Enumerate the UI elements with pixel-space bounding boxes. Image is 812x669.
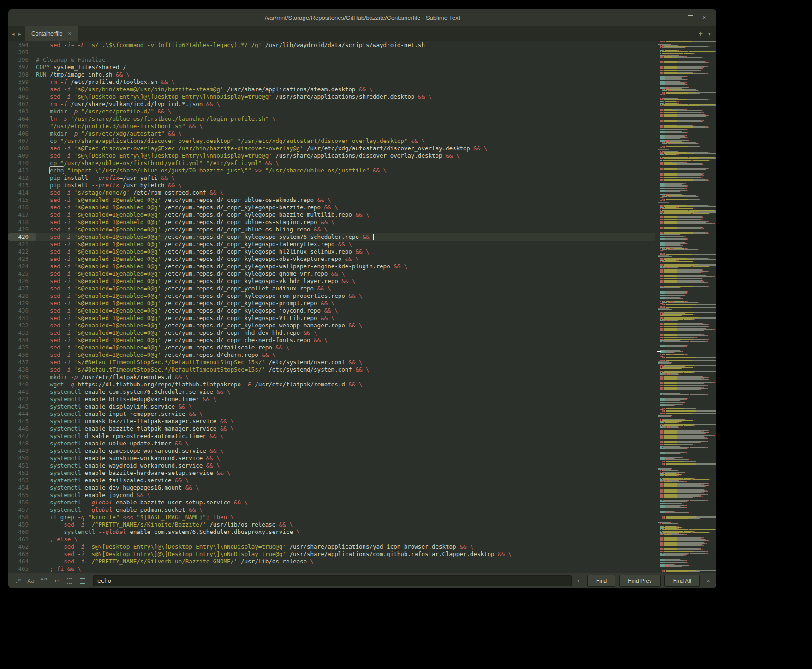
line-number[interactable]: 397: [8, 64, 36, 71]
line-number[interactable]: 435: [8, 344, 36, 351]
code-line[interactable]: systemctl --global enable com.system76.S…: [36, 528, 655, 536]
line-number[interactable]: 423: [8, 255, 36, 263]
find-toggle-case-sensitive[interactable]: Aa: [25, 575, 37, 586]
line-number[interactable]: 424: [8, 263, 36, 270]
line-number[interactable]: 401: [8, 93, 36, 101]
nav-forward-icon[interactable]: ▸: [18, 31, 21, 37]
line-number[interactable]: 399: [8, 78, 36, 86]
line-number[interactable]: 460: [8, 528, 36, 536]
code-line[interactable]: sed -i 's@enabled=1@enabled=0@g' /etc/yu…: [36, 248, 655, 255]
code-line[interactable]: systemctl enable com.system76.Scheduler.…: [36, 388, 655, 396]
line-number[interactable]: 396: [8, 56, 36, 64]
find-history-dropdown-icon[interactable]: ▾: [573, 575, 584, 586]
new-tab-icon[interactable]: +: [699, 30, 703, 38]
code-line[interactable]: sed -i 's@enabled=1@enabled=0@g' /etc/yu…: [36, 322, 655, 329]
line-number[interactable]: 406: [8, 130, 36, 137]
line-number[interactable]: 445: [8, 418, 36, 425]
code-line[interactable]: sed -i 's@enabled=1@enabled=0@g' /etc/yu…: [36, 292, 655, 300]
code-line[interactable]: cp "/usr/share/ublue-os/firstboot/yafti.…: [36, 160, 655, 167]
code-line[interactable]: sed -i 's@/usr/bin/steam@/usr/bin/bazzit…: [36, 86, 655, 93]
code-line[interactable]: wget -q https://dl.flathub.org/repo/flat…: [36, 381, 655, 388]
line-number[interactable]: 455: [8, 491, 36, 499]
code-line[interactable]: pip install --prefix=/usr yafti && \: [36, 174, 655, 182]
line-number[interactable]: 448: [8, 440, 36, 447]
minimize-icon[interactable]: –: [669, 12, 683, 23]
line-number[interactable]: 442: [8, 396, 36, 403]
code-line[interactable]: systemctl enable joycond && \: [36, 491, 655, 499]
line-number[interactable]: 402: [8, 101, 36, 108]
code-line[interactable]: sed -i~ -E 's/=.\$\(command -v (nft|ip6?…: [36, 41, 655, 49]
code-line[interactable]: rm -f /etc/profile.d/toolbox.sh && \: [36, 78, 655, 86]
line-number[interactable]: 439: [8, 373, 36, 381]
code-line[interactable]: RUN /tmp/image-info.sh && \: [36, 71, 655, 78]
line-number[interactable]: 415: [8, 196, 36, 204]
code-line[interactable]: systemctl enable bazzite-flatpak-manager…: [36, 425, 655, 432]
find-toggle-whole-word[interactable]: “”: [38, 575, 50, 586]
line-number[interactable]: 403: [8, 108, 36, 115]
line-number[interactable]: 446: [8, 425, 36, 432]
line-number[interactable]: 417: [8, 211, 36, 219]
line-number[interactable]: 412: [8, 174, 36, 182]
find-toggle-highlight-matches[interactable]: [77, 575, 89, 586]
line-number[interactable]: 431: [8, 314, 36, 322]
find-toggle-regex[interactable]: .*: [12, 575, 24, 586]
code-line[interactable]: sed -i 's@enabled=1@enabled=0@g' /etc/yu…: [36, 285, 655, 292]
code-line[interactable]: sed -i 's@enabled=1@enabled=0@g' /etc/yu…: [36, 226, 655, 233]
code-line[interactable]: systemctl enable ublue-update.timer && \: [36, 440, 655, 447]
line-number[interactable]: 454: [8, 484, 36, 491]
code-line[interactable]: systemctl enable input-remapper.service …: [36, 410, 655, 418]
code-line[interactable]: pip install --prefix=/usr hyfetch && \: [36, 182, 655, 189]
line-number[interactable]: 419: [8, 226, 36, 233]
code-line[interactable]: cp "/usr/share/applications/discover_ove…: [36, 137, 655, 145]
code-line[interactable]: sed -i 's@Exec=discover-overlay@Exec=/us…: [36, 145, 655, 152]
code-line[interactable]: sed -i 's@enabled=1@enabled=0@g' /etc/yu…: [36, 255, 655, 263]
line-number[interactable]: 410: [8, 160, 36, 167]
line-number[interactable]: 407: [8, 137, 36, 145]
line-number-gutter[interactable]: 3943953963973983994004014024034044054064…: [8, 41, 36, 573]
line-number[interactable]: 414: [8, 189, 36, 196]
code-line[interactable]: sed -i 's@enabled=1@enabled=0@g' /etc/yu…: [36, 263, 655, 270]
code-area[interactable]: sed -i~ -E 's/=.\$\(command -v (nft|ip6?…: [36, 41, 655, 573]
line-number[interactable]: 405: [8, 123, 36, 130]
find-input[interactable]: [93, 575, 572, 586]
line-number[interactable]: 437: [8, 359, 36, 366]
line-number[interactable]: 418: [8, 219, 36, 226]
line-number[interactable]: 452: [8, 469, 36, 477]
line-number[interactable]: 413: [8, 182, 36, 189]
titlebar[interactable]: /var/mnt/Storage/Repositories/GitHub/baz…: [8, 9, 716, 26]
code-line[interactable]: [36, 49, 655, 56]
editor-pane[interactable]: 3943953963973983994004014024034044054064…: [8, 41, 716, 573]
restore-icon[interactable]: [683, 12, 697, 23]
code-line[interactable]: systemctl --global enable podman.socket …: [36, 506, 655, 514]
line-number[interactable]: 443: [8, 403, 36, 410]
line-number[interactable]: 409: [8, 152, 36, 160]
code-line[interactable]: systemctl enable btrfs-dedup@var-home.ti…: [36, 396, 655, 403]
code-line[interactable]: systemctl enable tailscaled.service && \: [36, 477, 655, 484]
line-number[interactable]: 430: [8, 307, 36, 314]
code-line[interactable]: systemctl enable dev-hugepages1G.mount &…: [36, 484, 655, 491]
code-line[interactable]: sed -i 's/#DefaultTimeoutStopSec.*/Defau…: [36, 359, 655, 366]
minimap[interactable]: [657, 41, 716, 573]
line-number[interactable]: 441: [8, 388, 36, 396]
line-number[interactable]: 398: [8, 71, 36, 78]
code-line[interactable]: sed -i 's@enabled=1@enabled=0@g' /etc/yu…: [36, 300, 655, 307]
line-number[interactable]: 462: [8, 543, 36, 551]
find-toggle-wrap[interactable]: ↩: [51, 575, 63, 586]
code-line[interactable]: rm -f /usr/share/vulkan/icd.d/lvp_icd.*.…: [36, 101, 655, 108]
code-line[interactable]: sed -i 's@enabled=1@enabled=0@g' /etc/yu…: [36, 337, 655, 344]
code-line[interactable]: sed -i 's@\[Desktop Entry\]@\[Desktop En…: [36, 551, 655, 558]
code-line[interactable]: sed -i 's@\[Desktop Entry\]@\[Desktop En…: [36, 152, 655, 160]
code-line[interactable]: sed -i 's@enabled=1@enabled=0@g' /etc/yu…: [36, 351, 655, 359]
line-number[interactable]: 456: [8, 499, 36, 506]
line-number[interactable]: 451: [8, 462, 36, 469]
line-number[interactable]: 400: [8, 86, 36, 93]
line-number[interactable]: 464: [8, 558, 36, 565]
code-line[interactable]: mkdir -p "/usr/etc/profile.d/" && \: [36, 108, 655, 115]
line-number[interactable]: 394: [8, 41, 36, 49]
code-line[interactable]: sed -i 's@enabled=1@enabled=0@g' /etc/yu…: [36, 211, 655, 219]
code-line[interactable]: ; else \: [36, 536, 655, 543]
line-number[interactable]: 449: [8, 447, 36, 455]
line-number[interactable]: 425: [8, 270, 36, 278]
line-number[interactable]: 411: [8, 167, 36, 174]
line-number[interactable]: 433: [8, 329, 36, 337]
